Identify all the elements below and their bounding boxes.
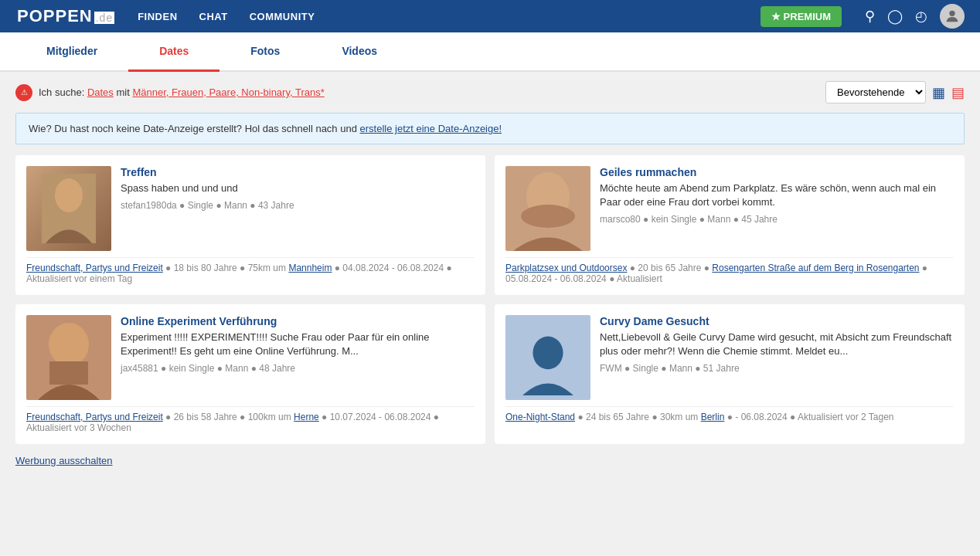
card-desc-1: Spass haben und und und [121, 181, 475, 195]
card-gender-3: Mann [225, 363, 248, 374]
cards-grid: Treffen Spass haben und und und stefan19… [15, 155, 965, 444]
svg-rect-8 [49, 361, 88, 385]
card-distance-1: 75km um [248, 263, 286, 273]
card-meta-2: marsco80 ● kein Single ● Mann ● 45 Jahre [600, 214, 954, 225]
card-meta-1: stefan1980da ● Single ● Mann ● 43 Jahre [121, 200, 475, 211]
banner-link[interactable]: erstelle jetzt eine Date-Anzeige! [360, 123, 502, 134]
date-card-4: Curvy Dame Gesucht Nett,Liebevoll & Geil… [495, 304, 965, 444]
filter-icon: ⚠ [15, 84, 32, 101]
card-top-1: Treffen Spass haben und und und stefan19… [26, 166, 475, 251]
card-tags-4: One-Night-Stand ● 24 bis 65 Jahre ● 30km… [505, 406, 954, 422]
tab-mitglieder[interactable]: Mitglieder [15, 32, 128, 72]
premium-button[interactable]: ★ PREMIUM [761, 6, 842, 27]
filter-criteria[interactable]: Männer, Frauen, Paare, Non-binary, Trans… [132, 86, 324, 98]
card-dates-2: 05.08.2024 - 06.08.2024 [505, 273, 607, 284]
card-top-3: Online Experiment Verführung Experiment … [26, 315, 475, 400]
card-location-4[interactable]: Berlin [701, 412, 725, 422]
card-tag-link-1[interactable]: Freundschaft, Partys und Freizeit [26, 263, 163, 273]
sort-select[interactable]: Bevorstehende Neueste Beliebteste [825, 81, 926, 103]
card-age-2: 45 Jahre [741, 214, 778, 225]
card-dates-3: 10.07.2024 - 06.08.2024 [330, 412, 431, 422]
main-nav: FINDEN CHAT COMMUNITY [138, 11, 315, 22]
nav-chat[interactable]: CHAT [199, 11, 228, 22]
chat-icon[interactable]: ◯ [887, 8, 903, 25]
tabs-nav: Mitglieder Dates Fotos Videos [0, 32, 980, 72]
card-distance-3: 100km um [248, 412, 291, 422]
card-meta-4: FWM ● Single ● Mann ● 51 Jahre [600, 363, 954, 374]
date-card-2: Geiles rummachen Möchte heute am Abend z… [495, 155, 965, 295]
logo[interactable]: POPPEN.de [15, 6, 114, 26]
svg-point-7 [49, 323, 89, 366]
card-title-3[interactable]: Online Experiment Verführung [121, 315, 475, 327]
card-updated-4: Aktualisiert vor 2 Tagen [798, 412, 894, 422]
card-title-2[interactable]: Geiles rummachen [600, 166, 954, 178]
card-user-4: FWM [600, 363, 622, 374]
svg-point-9 [533, 337, 563, 370]
nav-community[interactable]: COMMUNITY [250, 11, 315, 22]
card-location-3[interactable]: Herne [294, 412, 319, 422]
card-meta-3: jax45881 ● kein Single ● Mann ● 48 Jahre [121, 363, 475, 374]
card-body-2: Geiles rummachen Möchte heute am Abend z… [600, 166, 954, 251]
card-location-1[interactable]: Mannheim [288, 263, 332, 273]
list-view-icon[interactable]: ▤ [951, 84, 965, 101]
card-user-2: marsco80 [600, 214, 641, 225]
user-avatar[interactable] [940, 4, 965, 29]
filter-left: ⚠ Ich suche: Dates mit Männer, Frauen, P… [15, 84, 325, 101]
tab-videos[interactable]: Videos [311, 32, 408, 72]
card-desc-3: Experiment !!!!! EXPERIMENT!!!! Suche Fr… [121, 331, 475, 358]
svg-point-5 [521, 205, 575, 228]
card-distance-4: 30km um [660, 412, 698, 422]
card-body-4: Curvy Dame Gesucht Nett,Liebevoll & Geil… [600, 315, 954, 400]
card-tag-link-2[interactable]: Parkplatzsex und Outdoorsex [505, 263, 627, 273]
card-gender-1: Mann [224, 200, 247, 211]
card-age-range-3: 26 bis 58 Jahre [174, 412, 237, 422]
card-tags-2: Parkplatzsex und Outdoorsex ● 20 bis 65 … [505, 257, 954, 284]
date-card-1: Treffen Spass haben und und und stefan19… [15, 155, 485, 295]
bottom-link-area: Werbung ausschalten [15, 455, 965, 466]
card-updated-1: Aktualisiert vor einem Tag [26, 273, 132, 284]
werbung-link[interactable]: Werbung ausschalten [15, 455, 113, 466]
card-location-2[interactable]: Rosengarten Straße auf dem Berg in Rosen… [712, 263, 919, 273]
tab-fotos[interactable]: Fotos [219, 32, 311, 72]
info-banner: Wie? Du hast noch keine Date-Anzeige ers… [15, 113, 965, 144]
card-dates-4: - 06.08.2024 [735, 412, 787, 422]
card-image-placeholder-4[interactable] [505, 315, 590, 400]
card-age-range-1: 18 bis 80 Jahre [174, 263, 237, 273]
card-body-1: Treffen Spass haben und und und stefan19… [121, 166, 475, 251]
header: POPPEN.de FINDEN CHAT COMMUNITY ★ PREMIU… [0, 0, 980, 32]
main-content: ⚠ Ich suche: Dates mit Männer, Frauen, P… [0, 72, 980, 476]
card-tag-link-4[interactable]: One-Night-Stand [505, 412, 575, 422]
card-user-1: stefan1980da [121, 200, 177, 211]
grid-view-icon[interactable]: ▦ [932, 84, 945, 101]
card-age-4: 51 Jahre [703, 363, 740, 374]
card-status-3: kein Single [169, 363, 215, 374]
card-age-1: 43 Jahre [258, 200, 294, 211]
card-top-2: Geiles rummachen Möchte heute am Abend z… [505, 166, 954, 251]
card-tags-3: Freundschaft, Partys und Freizeit ● 26 b… [26, 406, 475, 433]
search-icon[interactable]: ⚲ [865, 8, 875, 25]
filter-right: Bevorstehende Neueste Beliebteste ▦ ▤ [825, 81, 965, 103]
nav-finden[interactable]: FINDEN [138, 11, 177, 22]
filter-text: Ich suche: Dates mit Männer, Frauen, Paa… [39, 86, 325, 98]
tab-dates[interactable]: Dates [128, 32, 219, 72]
card-gender-2: Mann [707, 214, 730, 225]
card-title-4[interactable]: Curvy Dame Gesucht [600, 315, 954, 327]
svg-point-0 [949, 11, 954, 16]
card-desc-4: Nett,Liebevoll & Geile Curvy Dame wird g… [600, 331, 954, 358]
card-user-3: jax45881 [121, 363, 158, 374]
card-updated-2: Aktualisiert [617, 273, 662, 284]
filter-type-link[interactable]: Dates [87, 86, 114, 98]
card-status-4: Single [633, 363, 658, 374]
card-title-1[interactable]: Treffen [121, 166, 475, 178]
card-age-range-4: 24 bis 65 Jahre [586, 412, 649, 422]
card-age-range-2: 20 bis 65 Jahre [638, 263, 701, 273]
card-image-1[interactable] [26, 166, 111, 251]
card-image-2[interactable] [505, 166, 590, 251]
card-image-3[interactable] [26, 315, 111, 400]
card-gender-4: Mann [669, 363, 692, 374]
card-age-3: 48 Jahre [259, 363, 295, 374]
filter-with: mit [116, 86, 132, 98]
card-status-1: Single [188, 200, 213, 211]
card-tag-link-3[interactable]: Freundschaft, Partys und Freizeit [26, 412, 163, 422]
bell-icon[interactable]: ◴ [915, 8, 927, 25]
